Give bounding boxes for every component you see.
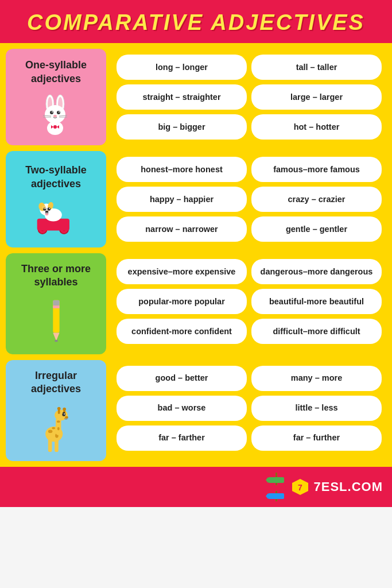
- svg-marker-35: [53, 332, 59, 341]
- svg-point-17: [53, 125, 57, 129]
- signpost-icon: [266, 473, 286, 501]
- adj-card-three-syllable-5: difficult–more difficult: [251, 319, 382, 344]
- svg-point-8: [59, 111, 60, 113]
- page-title: COMPARATIVE ADJECTIVES: [6, 10, 386, 35]
- logo-icon: 7: [291, 478, 309, 496]
- section-row-irregular: Irregular adjectives: [6, 360, 386, 461]
- page-wrapper: COMPARATIVE ADJECTIVES One-syllable adje…: [0, 0, 392, 507]
- logo-text: 7ESL.COM: [314, 479, 383, 494]
- adj-card-three-syllable-1: dangerous–more dangerous: [251, 259, 382, 284]
- dog-mascot: [34, 199, 77, 236]
- svg-point-42: [48, 430, 52, 433]
- svg-point-6: [57, 111, 60, 114]
- svg-point-47: [57, 427, 59, 430]
- svg-point-46: [56, 420, 60, 423]
- adj-card-three-syllable-2: popular-more popular: [117, 289, 247, 314]
- rabbit-mascot: [37, 94, 75, 137]
- svg-point-9: [53, 115, 57, 117]
- adj-card-one-syllable-2: straight – straighter: [117, 84, 247, 110]
- svg-point-54: [64, 413, 65, 415]
- svg-point-5: [50, 111, 53, 114]
- section-label-three-syllable: Three or more syllables: [11, 262, 100, 289]
- svg-point-50: [57, 407, 60, 410]
- adj-card-two-syllable-3: crazy – crazier: [251, 187, 382, 212]
- adj-card-three-syllable-3: beautiful-more beautiful: [251, 289, 382, 314]
- pencil-mascot: [40, 297, 72, 346]
- adj-card-irregular-0: good – better: [117, 366, 247, 391]
- svg-point-44: [52, 427, 55, 429]
- mascot-irregular: [40, 404, 73, 455]
- svg-rect-57: [268, 477, 284, 483]
- header: COMPARATIVE ADJECTIVES: [0, 0, 392, 43]
- section-row-one-syllable: One-syllable adjectives: [6, 49, 386, 145]
- cards-area-one-syllable: long – longertall – tallerstraight – str…: [112, 49, 386, 145]
- svg-point-38: [55, 339, 58, 342]
- section-row-three-syllable: Three or more syllables expensive–more e…: [6, 253, 386, 354]
- adj-card-three-syllable-0: expensive–more expensive: [117, 259, 247, 284]
- svg-marker-58: [266, 477, 268, 483]
- adj-card-two-syllable-0: honest–more honest: [117, 157, 247, 182]
- section-label-irregular: Irregular adjectives: [11, 369, 100, 396]
- adj-card-one-syllable-1: tall – taller: [251, 55, 382, 80]
- adj-card-two-syllable-1: famous–more famous: [251, 157, 382, 182]
- section-row-two-syllable: Two-syllable adjectives: [6, 151, 386, 247]
- svg-point-53: [62, 413, 65, 416]
- svg-rect-37: [53, 305, 59, 308]
- svg-point-33: [42, 206, 46, 209]
- mascot-two-syllable: [34, 199, 77, 238]
- svg-point-55: [65, 416, 68, 418]
- adj-card-three-syllable-4: confident-more confident: [117, 319, 247, 344]
- svg-rect-59: [268, 485, 284, 491]
- mascot-three-syllable: [40, 297, 72, 349]
- mascot-one-syllable: [37, 94, 75, 139]
- svg-point-52: [63, 407, 66, 411]
- svg-point-32: [45, 213, 49, 215]
- adj-card-two-syllable-5: gentle – gentler: [251, 216, 382, 242]
- label-box-three-syllable: Three or more syllables: [6, 253, 106, 354]
- adj-card-irregular-1: many – more: [251, 366, 382, 391]
- svg-point-7: [52, 111, 53, 113]
- svg-point-30: [49, 208, 50, 209]
- cards-area-three-syllable: expensive–more expensivedangerous–more d…: [112, 253, 386, 354]
- adj-card-one-syllable-4: big – bigger: [117, 114, 247, 140]
- adj-card-one-syllable-5: hot – hotter: [251, 114, 382, 140]
- adj-card-two-syllable-2: happy – happier: [117, 187, 247, 212]
- adj-card-one-syllable-0: long – longer: [117, 55, 247, 80]
- section-label-one-syllable: One-syllable adjectives: [11, 59, 100, 86]
- label-box-irregular: Irregular adjectives: [6, 360, 106, 461]
- svg-rect-61: [268, 493, 284, 499]
- label-box-one-syllable: One-syllable adjectives: [6, 49, 106, 145]
- adj-card-irregular-3: little – less: [251, 396, 382, 421]
- svg-marker-60: [284, 485, 286, 491]
- footer: 7 7ESL.COM: [0, 467, 392, 507]
- svg-marker-62: [266, 493, 268, 499]
- cards-area-irregular: good – bettermany – morebad – worselittl…: [112, 360, 386, 461]
- svg-point-31: [45, 211, 49, 213]
- svg-point-4: [45, 105, 65, 123]
- svg-text:7: 7: [298, 483, 302, 492]
- adj-card-irregular-2: bad – worse: [117, 396, 247, 421]
- adj-card-irregular-4: far – farther: [117, 425, 247, 451]
- adj-card-irregular-5: far – further: [251, 425, 382, 451]
- svg-point-28: [48, 207, 51, 211]
- main-content: One-syllable adjectives: [0, 43, 392, 467]
- giraffe-mascot: [40, 404, 73, 453]
- label-box-two-syllable: Two-syllable adjectives: [6, 151, 106, 247]
- svg-rect-36: [53, 300, 59, 305]
- cards-area-two-syllable: honest–more honestfamous–more famoushapp…: [112, 151, 386, 247]
- adj-card-one-syllable-3: large – larger: [251, 84, 382, 110]
- section-label-two-syllable: Two-syllable adjectives: [11, 164, 100, 191]
- adj-card-two-syllable-4: narrow – narrower: [117, 216, 247, 242]
